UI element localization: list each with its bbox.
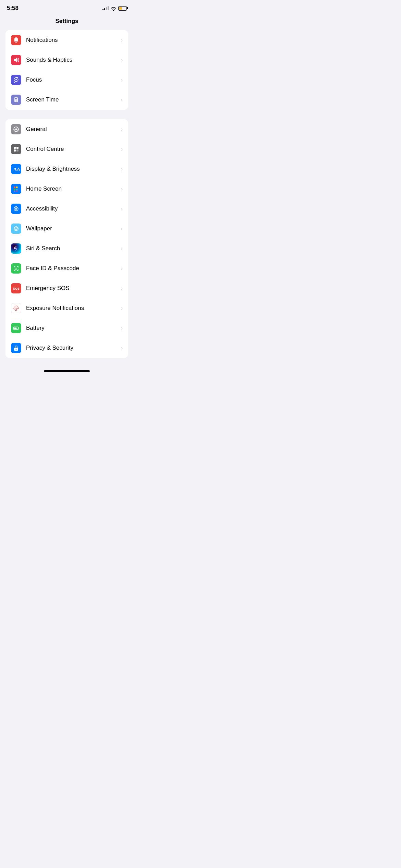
status-icons: [102, 6, 127, 11]
svg-rect-13: [16, 186, 18, 188]
svg-rect-3: [15, 98, 17, 99]
page-title: Settings: [55, 18, 78, 24]
signal-icon: [102, 6, 109, 10]
svg-text:SOS: SOS: [13, 287, 20, 290]
svg-point-31: [16, 308, 17, 309]
wallpaper-label: Wallpaper: [26, 225, 118, 232]
svg-text:AA: AA: [13, 167, 20, 172]
svg-point-27: [16, 268, 17, 268]
wifi-icon: [111, 6, 116, 10]
row-battery[interactable]: Battery ›: [5, 318, 128, 338]
focus-label: Focus: [26, 76, 118, 83]
screentime-chevron: ›: [121, 97, 123, 103]
section-notifications: Notifications › Sounds & Haptics › Focus…: [5, 30, 128, 110]
svg-point-6: [15, 129, 17, 130]
screentime-label: Screen Time: [26, 96, 118, 103]
control-centre-icon: [11, 144, 21, 154]
svg-rect-8: [16, 147, 19, 149]
row-exposure[interactable]: Exposure Notifications ›: [5, 298, 128, 318]
emergency-sos-label: Emergency SOS: [26, 285, 118, 292]
notifications-label: Notifications: [26, 37, 118, 44]
row-emergency-sos[interactable]: SOS Emergency SOS ›: [5, 278, 128, 298]
home-bar: [44, 370, 90, 372]
siri-label: Siri & Search: [26, 245, 118, 252]
svg-rect-17: [16, 191, 18, 192]
display-brightness-icon: AA: [11, 164, 21, 174]
face-id-label: Face ID & Passcode: [26, 265, 118, 272]
privacy-icon: [11, 343, 21, 353]
display-brightness-chevron: ›: [121, 166, 123, 172]
control-centre-label: Control Centre: [26, 146, 118, 153]
privacy-label: Privacy & Security: [26, 345, 118, 351]
notifications-icon: [11, 35, 21, 45]
home-indicator: [0, 367, 134, 373]
svg-point-25: [15, 228, 17, 230]
page-header: Settings: [0, 14, 134, 30]
svg-point-4: [16, 100, 17, 101]
accessibility-label: Accessibility: [26, 205, 118, 212]
focus-icon: [11, 75, 21, 85]
siri-chevron: ›: [121, 246, 123, 251]
wallpaper-icon: [11, 224, 21, 234]
row-control-centre[interactable]: Control Centre ›: [5, 139, 128, 159]
emergency-sos-chevron: ›: [121, 286, 123, 291]
home-screen-chevron: ›: [121, 186, 123, 192]
svg-rect-33: [14, 328, 17, 329]
battery-status-icon: [118, 6, 127, 11]
general-icon: [11, 124, 21, 134]
row-display-brightness[interactable]: AA Display & Brightness ›: [5, 159, 128, 179]
status-bar: 5:58: [0, 0, 134, 14]
row-screen-time[interactable]: Screen Time ›: [5, 90, 128, 110]
siri-icon: [11, 243, 21, 254]
svg-rect-7: [14, 147, 16, 149]
row-focus[interactable]: Focus ›: [5, 70, 128, 90]
svg-rect-14: [14, 189, 15, 191]
row-privacy[interactable]: Privacy & Security ›: [5, 338, 128, 358]
exposure-chevron: ›: [121, 305, 123, 311]
row-wallpaper[interactable]: Wallpaper ›: [5, 219, 128, 239]
svg-marker-0: [14, 58, 17, 62]
face-id-chevron: ›: [121, 266, 123, 271]
accessibility-chevron: ›: [121, 206, 123, 212]
battery-icon: [11, 323, 21, 333]
wallpaper-chevron: ›: [121, 226, 123, 231]
row-home-screen[interactable]: Home Screen ›: [5, 179, 128, 199]
focus-chevron: ›: [121, 77, 123, 83]
exposure-label: Exposure Notifications: [26, 305, 118, 312]
battery-label: Battery: [26, 325, 118, 331]
svg-point-26: [15, 268, 16, 268]
row-accessibility[interactable]: Accessibility ›: [5, 199, 128, 219]
sounds-chevron: ›: [121, 57, 123, 63]
svg-rect-12: [14, 186, 15, 188]
control-centre-chevron: ›: [121, 146, 123, 152]
screentime-icon: [11, 95, 21, 105]
svg-rect-9: [14, 149, 16, 152]
accessibility-icon: [11, 204, 21, 214]
notifications-chevron: ›: [121, 37, 123, 43]
svg-rect-16: [14, 191, 15, 192]
row-siri-search[interactable]: Siri & Search ›: [5, 239, 128, 258]
row-sounds-haptics[interactable]: Sounds & Haptics ›: [5, 50, 128, 70]
face-id-icon: [11, 263, 21, 274]
battery-chevron: ›: [121, 325, 123, 331]
section-display: General › Control Centre › AA Display & …: [5, 119, 128, 358]
privacy-chevron: ›: [121, 345, 123, 351]
exposure-icon: [11, 303, 21, 313]
emergency-sos-icon: SOS: [11, 283, 21, 293]
general-chevron: ›: [121, 126, 123, 132]
svg-line-23: [17, 210, 17, 211]
svg-point-1: [15, 79, 17, 80]
sounds-icon: [11, 55, 21, 65]
svg-point-35: [16, 349, 17, 350]
svg-line-22: [15, 210, 15, 211]
home-screen-icon: [11, 184, 21, 194]
svg-rect-10: [16, 149, 19, 152]
home-screen-label: Home Screen: [26, 185, 118, 192]
row-general[interactable]: General ›: [5, 119, 128, 139]
general-label: General: [26, 126, 118, 133]
svg-rect-15: [16, 189, 18, 191]
display-brightness-label: Display & Brightness: [26, 166, 118, 172]
status-time: 5:58: [7, 5, 19, 12]
row-notifications[interactable]: Notifications ›: [5, 30, 128, 50]
row-face-id[interactable]: Face ID & Passcode ›: [5, 258, 128, 278]
